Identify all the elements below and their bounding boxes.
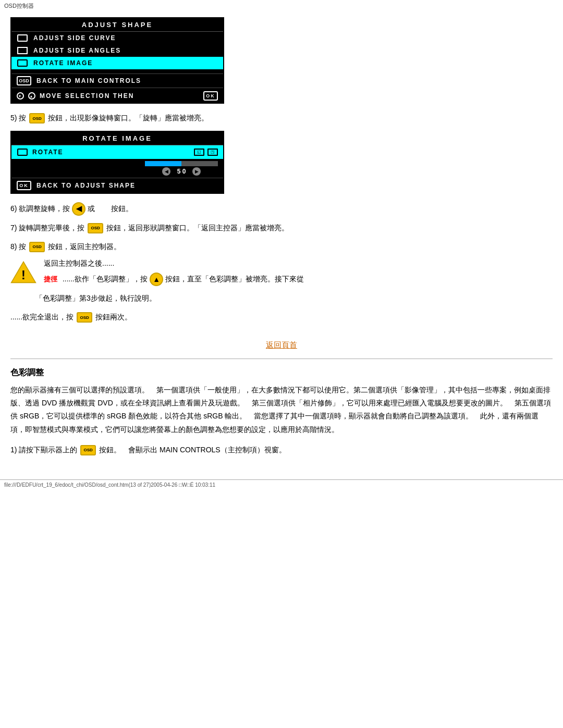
curve-icon bbox=[17, 34, 28, 42]
slider-controls: ◀ 5 0 ▶ bbox=[162, 167, 201, 176]
left-arrow-circle: ◀ bbox=[72, 202, 85, 216]
color-section: 色彩調整 您的顯示器擁有三個可以選擇的預設選項。 第一個選項供「一般使用」，在大… bbox=[10, 367, 553, 456]
adjust-shape-box: ADJUST SHAPE ADJUST SIDE CURVE ADJUST SI… bbox=[10, 17, 224, 104]
rotate-label: ROTATE IMAGE bbox=[33, 59, 93, 67]
after-return-section: ! 返回主控制器之後...... 捷徑 ......欲作「色彩調整」，按 ▲ 按… bbox=[10, 259, 553, 330]
step5-text1: 5) 按 bbox=[10, 114, 26, 122]
step7-text2: 按鈕，返回形狀調整窗口。「返回主控器」應當被增亮。 bbox=[106, 224, 289, 232]
adjust-curve-item[interactable]: ADJUST SIDE CURVE bbox=[11, 32, 223, 44]
right-arrow-btn[interactable]: ▶ bbox=[192, 167, 201, 176]
rotate-row: ROTATE ◱ ◳ bbox=[11, 145, 223, 159]
back-to-adjust-label: BACK TO ADJUST SHAPE bbox=[36, 182, 136, 189]
step8-text: 8) 按 bbox=[10, 242, 26, 251]
osd-btn-7: OSD bbox=[88, 223, 103, 233]
osd-btn-8: OSD bbox=[29, 242, 45, 252]
step8-para: 8) 按 OSD 按鈕，返回主控制器。 bbox=[10, 241, 553, 253]
after-line1b: 按鈕，直至「色彩調整」被增亮。接下來從 bbox=[165, 275, 304, 283]
move-osd-icon: ▼ bbox=[17, 92, 24, 100]
move-arrow-icon: ▲ bbox=[28, 92, 35, 100]
return-link[interactable]: 返回頁首 bbox=[10, 340, 553, 350]
after-line2-para: 「色彩調整」第3步做起，執行說明。 bbox=[35, 292, 553, 305]
angles-icon bbox=[17, 46, 28, 55]
svg-rect-2 bbox=[18, 60, 27, 66]
back-label: BACK TO MAIN CONTROLS bbox=[36, 77, 141, 84]
rotate-row-icons: ◱ ◳ bbox=[194, 149, 218, 156]
step5-para: 5) 按 OSD 按鈕，出現影像旋轉窗口。「旋轉」應當被增亮。 bbox=[10, 112, 553, 125]
ok-icon: OK bbox=[203, 91, 218, 101]
angles-label: ADJUST SIDE ANGLES bbox=[33, 47, 121, 54]
svg-text:!: ! bbox=[21, 268, 26, 282]
color-step1b: 按鈕。 會顯示出 MAIN CONTROLS（主控制項）視窗。 bbox=[99, 446, 286, 454]
back-to-adjust-row[interactable]: OK BACK TO ADJUST SHAPE bbox=[11, 178, 223, 193]
top-bar-label: OSD控制器 bbox=[4, 3, 34, 9]
curve-label: ADJUST SIDE CURVE bbox=[33, 34, 116, 42]
step8-text2: 按鈕，返回主控制器。 bbox=[48, 242, 121, 251]
step7-para: 7) 旋轉調整完畢後，按 OSD 按鈕，返回形狀調整窗口。「返回主控器」應當被增… bbox=[10, 222, 553, 235]
slider-section: ◀ 5 0 ▶ bbox=[11, 159, 223, 178]
color-desc: 您的顯示器擁有三個可以選擇的預設選項。 第一個選項供「一般使用」，在大多數情況下… bbox=[10, 384, 553, 436]
left-arrow-btn[interactable]: ◀ bbox=[162, 167, 170, 176]
osd-btn-5: OSD bbox=[29, 113, 45, 124]
after-line3b: 按鈕兩次。 bbox=[95, 313, 132, 321]
step5-text2: 按鈕，出現影像旋轉窗口。「旋轉」應當被增亮。 bbox=[48, 114, 209, 122]
step6-para: 6) 欲調整旋轉，按 ◀ 或 按鈕。 bbox=[10, 202, 553, 216]
svg-rect-1 bbox=[18, 47, 27, 54]
after-line2: 「色彩調整」第3步做起，執行說明。 bbox=[35, 294, 156, 302]
rotate-image-title: ROTATE IMAGE bbox=[11, 132, 223, 145]
move-label: MOVE SELECTION THEN bbox=[40, 92, 134, 100]
rotate-icon bbox=[17, 59, 28, 67]
osd-btn-color: OSD bbox=[80, 445, 96, 455]
step6-text1: 6) 欲調整旋轉，按 bbox=[10, 204, 70, 213]
rotate-image-box: ROTATE IMAGE ROTATE ◱ ◳ ◀ 5 0 ▶ bbox=[10, 131, 224, 194]
bottom-bar-text: file:///D/EDFU/crt_19_6/edoc/t_chi/OSD/o… bbox=[4, 482, 215, 488]
slider-fill bbox=[145, 161, 181, 166]
after-return-title: 返回主控制器之後...... bbox=[10, 259, 553, 268]
rotate-row-label: ROTATE bbox=[32, 149, 190, 156]
svg-rect-0 bbox=[18, 35, 27, 41]
color-step1-text: 1) 請按下顯示器上的 bbox=[10, 446, 77, 454]
after-line3: ......欲完全退出，按 bbox=[10, 313, 74, 321]
adjust-shape-title: ADJUST SHAPE bbox=[11, 18, 223, 32]
slider-bar bbox=[145, 161, 218, 166]
top-bar: OSD控制器 bbox=[0, 0, 563, 12]
rotate-row-icon bbox=[17, 148, 28, 156]
back-osd-icon: OSD bbox=[17, 76, 31, 85]
color-step1: 1) 請按下顯示器上的 OSD 按鈕。 會顯示出 MAIN CONTROLS（主… bbox=[10, 443, 553, 456]
rotate-right-icon: ◳ bbox=[207, 149, 218, 156]
step7-text: 7) 旋轉調整完畢後，按 bbox=[10, 224, 84, 232]
color-section-title: 色彩調整 bbox=[10, 367, 553, 378]
shortcut-label: 捷徑 bbox=[44, 275, 57, 283]
osd-btn-exit: OSD bbox=[77, 312, 92, 323]
slider-value: 5 0 bbox=[174, 168, 189, 175]
after-line3-para: ......欲完全退出，按 OSD 按鈕兩次。 bbox=[10, 311, 553, 324]
up-arrow-btn: ▲ bbox=[150, 273, 163, 286]
adjust-angles-item[interactable]: ADJUST SIDE ANGLES bbox=[11, 44, 223, 57]
bottom-bar: file:///D/EDFU/crt_19_6/edoc/t_chi/OSD/o… bbox=[0, 479, 563, 490]
shortcut-line1: 捷徑 ......欲作「色彩調整」，按 ▲ 按鈕，直至「色彩調整」被增亮。接下來… bbox=[10, 273, 553, 286]
after-line1: ......欲作「色彩調整」，按 bbox=[63, 275, 148, 283]
rotate-image-item[interactable]: ROTATE IMAGE bbox=[11, 57, 223, 69]
move-selection-item[interactable]: ▼ ▲ MOVE SELECTION THEN OK bbox=[11, 89, 223, 103]
back-to-main-item[interactable]: OSD BACK TO MAIN CONTROLS bbox=[11, 73, 223, 88]
rotate-left-icon: ◱ bbox=[194, 149, 204, 156]
warning-triangle-icon: ! bbox=[10, 259, 36, 285]
step6-text3: 按鈕。 bbox=[111, 204, 133, 213]
svg-rect-3 bbox=[18, 149, 27, 155]
section-divider bbox=[10, 359, 553, 359]
back-ok-icon: OK bbox=[17, 181, 31, 190]
step6-text2: 或 bbox=[88, 204, 95, 213]
